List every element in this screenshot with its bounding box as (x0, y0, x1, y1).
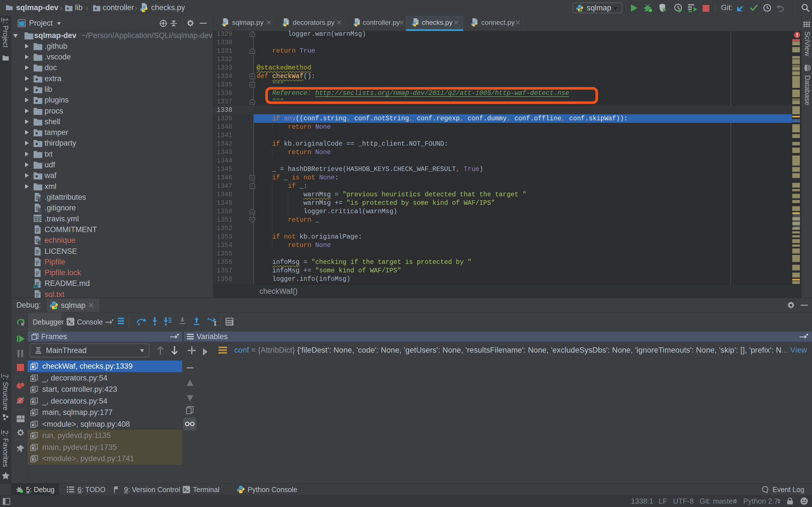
svg-text:MD: MD (34, 285, 38, 288)
